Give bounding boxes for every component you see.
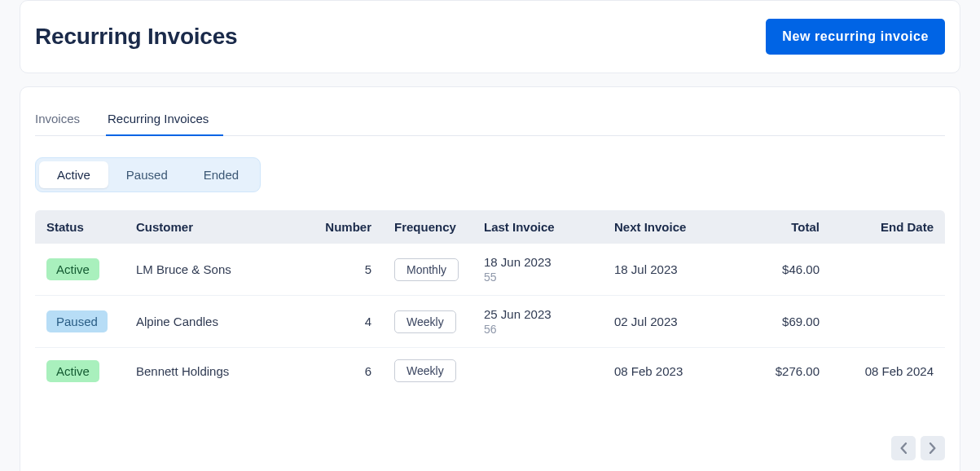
- new-recurring-invoice-button[interactable]: New recurring invoice: [766, 19, 945, 55]
- table-row[interactable]: PausedAlpine Candles4Weekly25 Jun 202356…: [35, 296, 945, 348]
- last-invoice-date: 25 Jun 2023: [484, 307, 591, 321]
- tab-invoices[interactable]: Invoices: [35, 105, 93, 135]
- col-number: Number: [310, 210, 383, 244]
- col-status: Status: [35, 210, 125, 244]
- chevron-left-icon: [899, 442, 907, 454]
- last-invoice-number: 55: [484, 271, 591, 284]
- content-card: InvoicesRecurring Invoices ActivePausedE…: [20, 86, 960, 471]
- status-filter-segment: ActivePausedEnded: [35, 157, 261, 192]
- chevron-right-icon: [929, 442, 937, 454]
- col-frequency: Frequency: [383, 210, 472, 244]
- customer-cell: Bennett Holdings: [125, 348, 310, 394]
- end-date-cell: 08 Feb 2024: [831, 348, 945, 394]
- filter-active[interactable]: Active: [39, 161, 108, 188]
- next-invoice-cell: 02 Jul 2023: [603, 296, 749, 348]
- frequency-pill[interactable]: Weekly: [394, 310, 456, 333]
- frequency-pill[interactable]: Weekly: [394, 359, 456, 382]
- tab-recurring-invoices[interactable]: Recurring Invoices: [108, 105, 222, 135]
- pagination: [35, 436, 945, 460]
- last-invoice-cell: 25 Jun 202356: [472, 296, 603, 348]
- frequency-pill[interactable]: Monthly: [394, 258, 459, 281]
- last-invoice-cell: [472, 348, 603, 394]
- filter-ended[interactable]: Ended: [186, 161, 257, 188]
- total-cell: $276.00: [749, 348, 831, 394]
- total-cell: $46.00: [749, 244, 831, 296]
- customer-cell: LM Bruce & Sons: [125, 244, 310, 296]
- col-next-invoice: Next Invoice: [603, 210, 749, 244]
- total-cell: $69.00: [749, 296, 831, 348]
- last-invoice-date: 18 Jun 2023: [484, 255, 591, 269]
- col-end-date: End Date: [831, 210, 945, 244]
- number-cell: 5: [310, 244, 383, 296]
- last-invoice-number: 56: [484, 323, 591, 336]
- col-last-invoice: Last Invoice: [472, 210, 603, 244]
- status-badge: Active: [46, 258, 99, 280]
- last-invoice-cell: 18 Jun 202355: [472, 244, 603, 296]
- page-title: Recurring Invoices: [35, 24, 237, 50]
- col-customer: Customer: [125, 210, 310, 244]
- next-page-button[interactable]: [921, 436, 945, 460]
- filter-paused[interactable]: Paused: [108, 161, 186, 188]
- header-card: Recurring Invoices New recurring invoice: [20, 0, 960, 73]
- next-invoice-cell: 08 Feb 2023: [603, 348, 749, 394]
- table-row[interactable]: ActiveBennett Holdings6Weekly08 Feb 2023…: [35, 348, 945, 394]
- customer-cell: Alpine Candles: [125, 296, 310, 348]
- col-total: Total: [749, 210, 831, 244]
- status-badge: Active: [46, 360, 99, 382]
- recurring-invoices-table: Status Customer Number Frequency Last In…: [35, 210, 945, 394]
- end-date-cell: [831, 296, 945, 348]
- end-date-cell: [831, 244, 945, 296]
- prev-page-button[interactable]: [891, 436, 916, 460]
- next-invoice-cell: 18 Jul 2023: [603, 244, 749, 296]
- number-cell: 4: [310, 296, 383, 348]
- tab-bar: InvoicesRecurring Invoices: [35, 105, 945, 136]
- status-badge: Paused: [46, 310, 108, 332]
- number-cell: 6: [310, 348, 383, 394]
- table-row[interactable]: ActiveLM Bruce & Sons5Monthly18 Jun 2023…: [35, 244, 945, 296]
